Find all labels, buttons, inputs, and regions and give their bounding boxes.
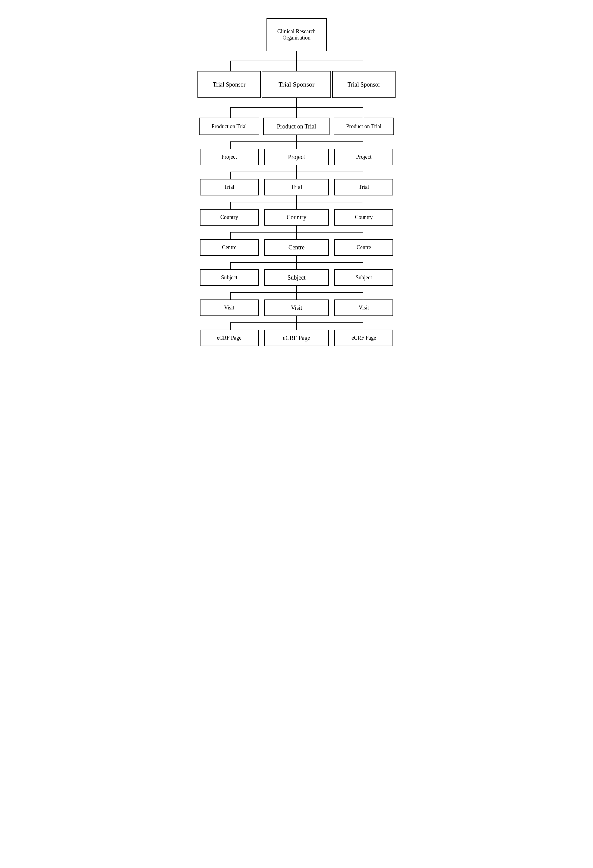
level8-node-1: Visit	[264, 300, 329, 316]
level6-row: Centre Centre Centre	[197, 239, 396, 256]
level9-label-1: eCRF Page	[283, 335, 310, 341]
level7-node-2: Subject	[334, 269, 393, 286]
level4-label-0: Trial	[224, 184, 234, 190]
level9-node-1: eCRF Page	[264, 330, 329, 346]
connector-l7-l8	[197, 286, 396, 300]
level1-label-2: Trial Sponsor	[347, 81, 380, 88]
level1-label-1: Trial Sponsor	[279, 81, 315, 89]
level4-label-1: Trial	[291, 184, 302, 190]
level1-label-0: Trial Sponsor	[213, 81, 246, 88]
level2-node-1: Product on Trial	[263, 118, 329, 135]
level2-row: Product on Trial Product on Trial Produc…	[197, 118, 396, 135]
root-node: Clinical ResearchOrganisation	[267, 18, 327, 51]
level8-label-0: Visit	[224, 305, 234, 311]
diagram-container: Clinical ResearchOrganisation Trial Sp	[191, 6, 402, 355]
connector-root-l1	[197, 51, 396, 71]
level2-label-0: Product on Trial	[212, 123, 247, 130]
level4-label-2: Trial	[359, 184, 369, 190]
level7-label-1: Subject	[287, 274, 305, 281]
connector-l4-l5	[197, 195, 396, 209]
level1-node-0: Trial Sponsor	[198, 71, 261, 98]
level8-label-1: Visit	[291, 304, 302, 311]
level5-node-2: Country	[334, 209, 393, 226]
level2-label-2: Product on Trial	[346, 123, 381, 130]
level9-label-0: eCRF Page	[217, 335, 242, 341]
connector-l3-l4	[197, 165, 396, 179]
connector-l5-l6	[197, 226, 396, 239]
root-row: Clinical ResearchOrganisation	[197, 18, 396, 51]
level5-node-1: Country	[264, 209, 329, 226]
level3-label-2: Project	[356, 154, 372, 160]
level4-row: Trial Trial Trial	[197, 179, 396, 195]
level2-label-1: Product on Trial	[277, 123, 316, 130]
connector-l8-l9	[197, 316, 396, 330]
level7-node-1: Subject	[264, 269, 329, 286]
level6-label-0: Centre	[222, 244, 236, 251]
level5-label-1: Country	[287, 214, 307, 221]
root-label: Clinical ResearchOrganisation	[277, 28, 316, 41]
rows-container: Clinical ResearchOrganisation Trial Sp	[197, 15, 396, 346]
level3-row: Project Project Project	[197, 149, 396, 165]
level4-node-0: Trial	[200, 179, 259, 195]
level1-node-1: Trial Sponsor	[262, 71, 331, 98]
level3-node-1: Project	[264, 149, 329, 165]
level6-label-2: Centre	[357, 244, 371, 251]
level2-node-0: Product on Trial	[199, 118, 259, 135]
level1-node-2: Trial Sponsor	[332, 71, 395, 98]
level2-node-2: Product on Trial	[334, 118, 394, 135]
level8-node-0: Visit	[200, 300, 259, 316]
level4-node-1: Trial	[264, 179, 329, 195]
level3-label-0: Project	[221, 154, 237, 160]
level7-label-0: Subject	[221, 275, 237, 281]
level7-node-0: Subject	[200, 269, 259, 286]
level6-label-1: Centre	[289, 244, 304, 251]
level9-row: eCRF Page eCRF Page eCRF Page	[197, 330, 396, 346]
level4-node-2: Trial	[334, 179, 393, 195]
level6-node-1: Centre	[264, 239, 329, 256]
level6-node-2: Centre	[334, 239, 393, 256]
connector-l2-l3	[197, 135, 396, 149]
full-diagram: Clinical ResearchOrganisation Trial Sp	[197, 15, 396, 346]
level8-label-2: Visit	[359, 305, 369, 311]
level8-row: Visit Visit Visit	[197, 300, 396, 316]
level1-row: Trial Sponsor Trial Sponsor Trial Sponso…	[197, 71, 396, 98]
level9-node-2: eCRF Page	[334, 330, 393, 346]
level7-row: Subject Subject Subject	[197, 269, 396, 286]
level5-label-0: Country	[220, 214, 238, 220]
level3-label-1: Project	[288, 154, 305, 161]
level5-node-0: Country	[200, 209, 259, 226]
level9-label-2: eCRF Page	[351, 335, 376, 341]
level7-label-2: Subject	[356, 275, 372, 281]
level9-node-0: eCRF Page	[200, 330, 259, 346]
level3-node-0: Project	[200, 149, 259, 165]
level8-node-2: Visit	[334, 300, 393, 316]
level5-row: Country Country Country	[197, 209, 396, 226]
level3-node-2: Project	[334, 149, 393, 165]
level5-label-2: Country	[355, 214, 373, 220]
connector-l6-l7	[197, 256, 396, 269]
connector-l1-l2	[197, 98, 396, 118]
level6-node-0: Centre	[200, 239, 259, 256]
